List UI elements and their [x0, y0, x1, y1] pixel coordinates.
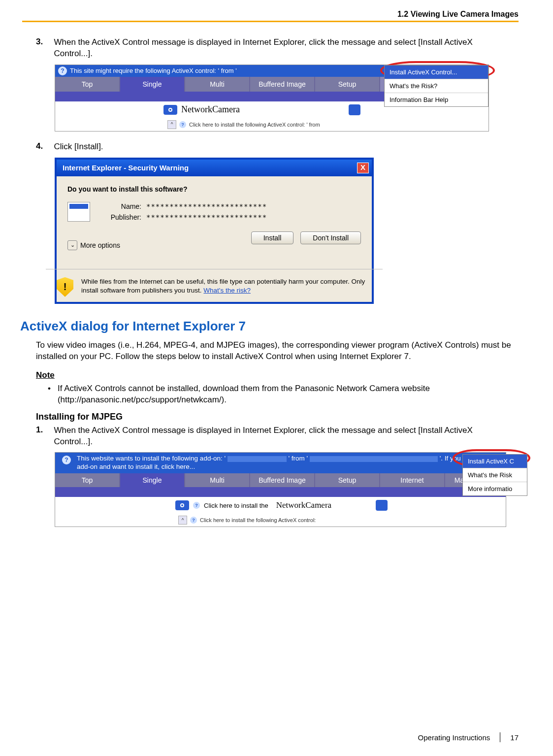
- bullet-mark: •: [48, 383, 51, 406]
- note-text: If ActiveX Controls cannot be installed,…: [58, 383, 519, 406]
- dialog-title-text: Internet Explorer - Security Warning: [63, 164, 189, 172]
- menu-infobar-help[interactable]: Information Bar Help: [385, 93, 488, 106]
- dialog-warning-text: While files from the Internet can be use…: [81, 277, 372, 297]
- activex-clickhere-row[interactable]: ^ ? Click here to install the following …: [55, 118, 488, 131]
- tab-top[interactable]: Top: [55, 473, 120, 487]
- security-warning-dialog: Internet Explorer - Security Warning X D…: [55, 158, 374, 304]
- name-label: Name:: [102, 202, 141, 210]
- close-button[interactable]: X: [357, 163, 369, 173]
- clickhere-text: Click here to install the following Acti…: [200, 517, 316, 523]
- chevron-down-icon: ⌄: [67, 240, 77, 250]
- ie-context-menu: Install ActiveX C What's the Risk More i…: [462, 454, 527, 496]
- fullscreen-button[interactable]: [376, 500, 388, 511]
- menu-whats-the-risk[interactable]: What's the Risk?: [385, 79, 488, 93]
- clickhere-text: Click here to install the following Acti…: [189, 122, 320, 128]
- page-header-section: 1.2 Viewing Live Camera Images: [22, 10, 519, 19]
- camera-title-row: ? Click here to install the NetworkCamer…: [55, 497, 506, 514]
- screenshot-ie7-infobar: ? This website wants to install the foll…: [55, 452, 506, 527]
- camera-title: NetworkCamera: [276, 500, 331, 510]
- camera-icon: [163, 105, 177, 115]
- menu-install-activex[interactable]: Install ActiveX Control...: [385, 66, 488, 79]
- fullscreen-button[interactable]: [349, 104, 360, 115]
- step-text: Click [Install].: [54, 141, 497, 153]
- software-icon: [67, 202, 90, 222]
- tab-single[interactable]: Single: [120, 473, 185, 487]
- step-1: 1. When the ActiveX Control message is d…: [36, 425, 519, 448]
- step-text: When the ActiveX Control message is disp…: [54, 37, 497, 60]
- menu-install-activex[interactable]: Install ActiveX C: [463, 455, 527, 468]
- step-number: 4.: [36, 141, 52, 151]
- install-hint: Click here to install the: [204, 502, 268, 509]
- blue-strip: [55, 487, 506, 497]
- tab-setup[interactable]: Setup: [315, 77, 380, 92]
- info-icon: ?: [62, 456, 71, 464]
- screenshot-ie6-infobar: ? This site might require the following …: [55, 65, 489, 131]
- tab-multi[interactable]: Multi: [185, 77, 250, 92]
- header-rule: [22, 21, 519, 22]
- infobar-text: This website wants to install the follow…: [77, 455, 461, 471]
- footer-separator: [500, 732, 500, 742]
- info-icon: ?: [193, 502, 200, 509]
- tab-internet[interactable]: Internet: [380, 473, 445, 487]
- shield-warning-icon: !: [57, 277, 73, 297]
- camera-tabs: Top Single Multi Buffered Image Setup In…: [55, 473, 506, 487]
- tab-top[interactable]: Top: [55, 77, 120, 92]
- note-bullet: • If ActiveX Controls cannot be installe…: [48, 383, 519, 406]
- step-4: 4. Click [Install].: [36, 141, 519, 153]
- svg-point-1: [169, 109, 171, 111]
- tab-setup[interactable]: Setup: [315, 473, 380, 487]
- chevron-up-icon: ^: [167, 120, 176, 129]
- svg-point-3: [181, 504, 183, 506]
- note-label: Note: [36, 370, 519, 380]
- infobar-text: This site might require the following Ac…: [70, 67, 237, 74]
- ie-infobar[interactable]: ? This website wants to install the foll…: [55, 453, 506, 473]
- dialog-question: Do you want to install this software?: [67, 185, 361, 193]
- tab-multi[interactable]: Multi: [185, 473, 250, 487]
- publisher-label: Publisher:: [102, 213, 141, 221]
- dont-install-button[interactable]: Don't Install: [300, 231, 361, 244]
- publisher-value: **************************: [146, 213, 267, 221]
- tab-buffered[interactable]: Buffered Image: [250, 473, 315, 487]
- info-icon: ?: [190, 517, 197, 524]
- name-value: **************************: [146, 202, 267, 210]
- subheading-mjpeg: Installing for MJPEG: [36, 412, 519, 422]
- chevron-up-icon: ^: [178, 516, 187, 525]
- footer-page-number: 17: [510, 733, 519, 742]
- tab-single[interactable]: Single: [120, 77, 185, 92]
- more-options-toggle[interactable]: ⌄ More options: [67, 240, 120, 250]
- activex-clickhere-row[interactable]: ^ ? Click here to install the following …: [55, 514, 506, 526]
- tab-buffered[interactable]: Buffered Image: [250, 77, 315, 92]
- intro-paragraph: To view video images (i.e., H.264, MPEG-…: [36, 340, 519, 362]
- page-footer: Operating Instructions 17: [418, 732, 519, 742]
- step-3: 3. When the ActiveX Control message is d…: [36, 37, 519, 60]
- step-number: 1.: [36, 425, 52, 435]
- footer-doc-title: Operating Instructions: [418, 733, 490, 742]
- menu-more-information[interactable]: More informatio: [463, 482, 527, 495]
- info-icon: ?: [58, 66, 67, 75]
- more-options-label: More options: [80, 241, 120, 249]
- menu-whats-the-risk[interactable]: What's the Risk: [463, 468, 527, 482]
- step-text: When the ActiveX Control message is disp…: [54, 425, 497, 448]
- step-number: 3.: [36, 37, 52, 47]
- info-icon: ?: [179, 121, 186, 128]
- install-button[interactable]: Install: [251, 231, 294, 244]
- section-heading: ActiveX dialog for Internet Explorer 7: [20, 319, 519, 334]
- whats-the-risk-link[interactable]: What's the risk?: [203, 287, 251, 294]
- dialog-titlebar: Internet Explorer - Security Warning X: [57, 160, 372, 176]
- camera-title: NetworkCamera: [181, 104, 240, 115]
- camera-icon: [175, 500, 189, 510]
- ie-context-menu: Install ActiveX Control... What's the Ri…: [384, 65, 488, 107]
